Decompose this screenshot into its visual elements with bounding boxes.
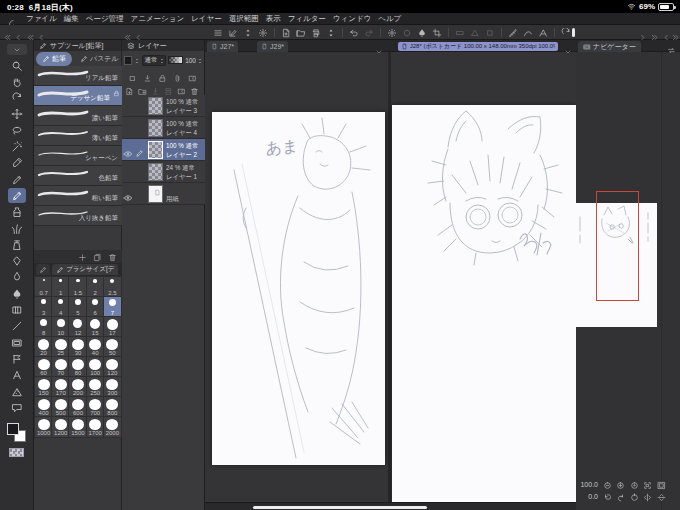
brush-size-10[interactable]: 10 xyxy=(52,317,69,337)
menu-item-7[interactable]: フィルター xyxy=(288,14,326,24)
brush-size-1500[interactable]: 1500 xyxy=(69,417,86,437)
lasso-tool-button[interactable] xyxy=(8,123,26,138)
decoration-tool-button[interactable] xyxy=(8,221,26,236)
brush-size-12[interactable]: 12 xyxy=(69,317,86,337)
edit-button[interactable] xyxy=(227,26,239,39)
brush-size-700[interactable]: 700 xyxy=(87,397,104,417)
rotate-right-button[interactable] xyxy=(616,488,625,506)
transparent-color-swatch[interactable] xyxy=(9,448,24,457)
layer-row-0[interactable]: 100 % 通常レイヤー 3 xyxy=(122,95,205,117)
layer-row-3[interactable]: 24 % 通常レイヤー 1 xyxy=(122,161,205,183)
tab-pencil[interactable]: 鉛筆 xyxy=(36,52,72,66)
subtool-item-7[interactable]: 入り抜き鉛筆 xyxy=(34,206,122,226)
opacity-value[interactable]: 100 xyxy=(185,56,203,63)
brush-size-8[interactable]: 8 xyxy=(35,317,52,337)
brush-size-1-5[interactable]: 1.5 xyxy=(69,277,86,297)
layer-row-4[interactable]: 用紙 xyxy=(122,183,205,205)
menu-item-8[interactable]: ウィンドウ xyxy=(333,14,371,24)
left-pane-tab-menu-icon[interactable] xyxy=(375,42,383,60)
brush-size-1700[interactable]: 1700 xyxy=(87,417,104,437)
brush-size-0-7[interactable]: 0.7 xyxy=(35,277,52,297)
figure-tool-button[interactable] xyxy=(8,319,26,334)
frame-tool-button[interactable] xyxy=(8,335,26,350)
rotate-canvas-button[interactable] xyxy=(560,26,572,39)
horizontal-scrollbar[interactable] xyxy=(253,506,427,509)
shape-rect-button[interactable] xyxy=(454,26,466,39)
brush-size-300[interactable]: 300 xyxy=(104,377,121,397)
wand-tool-button[interactable] xyxy=(8,140,26,155)
redo-button[interactable] xyxy=(363,26,375,39)
opacity-slider[interactable] xyxy=(168,56,184,64)
menu-item-3[interactable]: アニメーション xyxy=(131,14,185,24)
fill-button[interactable] xyxy=(416,26,428,39)
brush-size-2[interactable]: 2 xyxy=(87,277,104,297)
menu-item-2[interactable]: ページ管理 xyxy=(86,14,124,24)
zoom-tool-button[interactable] xyxy=(8,58,26,73)
layer-visibility-toggle[interactable] xyxy=(123,188,134,199)
layer-visibility-toggle[interactable] xyxy=(123,122,134,133)
open-folder-button[interactable] xyxy=(295,26,307,39)
layer-color-swatch[interactable] xyxy=(124,56,132,65)
brush-size-70[interactable]: 70 xyxy=(52,357,69,377)
ruler-tool-button[interactable] xyxy=(8,384,26,399)
crop-button[interactable] xyxy=(431,26,443,39)
rotate-left-button[interactable] xyxy=(603,488,612,506)
brush-size-minitab[interactable] xyxy=(36,264,50,275)
brush-size-1200[interactable]: 1200 xyxy=(52,417,69,437)
pencil-tool-button[interactable] xyxy=(8,188,26,203)
tab-pastel[interactable]: パステル xyxy=(74,52,125,66)
pen-tool-button[interactable] xyxy=(8,172,26,187)
brush-size-100[interactable]: 100 xyxy=(87,357,104,377)
hand-tool-button[interactable] xyxy=(8,74,26,89)
gradient-tool-button[interactable] xyxy=(8,303,26,318)
menu-button[interactable] xyxy=(212,26,224,39)
fill-tool-button[interactable] xyxy=(8,286,26,301)
document-tab-j27[interactable]: J27* xyxy=(207,41,238,52)
brush-size-50[interactable]: 50 xyxy=(104,337,121,357)
brush-size-170[interactable]: 170 xyxy=(52,377,69,397)
eraser-tool-button[interactable] xyxy=(8,254,26,269)
print-button[interactable] xyxy=(310,26,322,39)
brush-size-80[interactable]: 80 xyxy=(69,357,86,377)
brush-size-2-5[interactable]: 2.5 xyxy=(104,277,121,297)
shape-sq-button[interactable] xyxy=(484,26,496,39)
navigator-zoom-value[interactable]: 100.0 xyxy=(578,481,598,488)
snap-ruler-button[interactable] xyxy=(507,26,519,39)
layer-visibility-toggle[interactable] xyxy=(123,100,134,111)
menu-item-9[interactable]: ヘルプ xyxy=(378,14,401,24)
swap-panel-icon[interactable] xyxy=(667,41,676,59)
brush-size-30[interactable]: 30 xyxy=(69,337,86,357)
navigator-rotation-value[interactable]: 0.0 xyxy=(578,493,598,500)
brush-size-2000[interactable]: 2000 xyxy=(104,417,121,437)
updown-button[interactable] xyxy=(325,26,337,39)
brush-size-1000[interactable]: 1000 xyxy=(35,417,52,437)
balloon-tool-button[interactable] xyxy=(8,400,26,415)
undo-button[interactable] xyxy=(348,26,360,39)
brush-size-1[interactable]: 1 xyxy=(52,277,69,297)
shape-tri-button[interactable] xyxy=(469,26,481,39)
toolstrip-collapse-button[interactable] xyxy=(7,44,27,55)
brush-size-60[interactable]: 60 xyxy=(35,357,52,377)
move-tool-button[interactable] xyxy=(8,107,26,122)
menu-item-5[interactable]: 選択範囲 xyxy=(229,14,259,24)
brush-size-6[interactable]: 6 xyxy=(87,297,104,317)
subtool-item-0[interactable]: リアル鉛筆 xyxy=(34,66,122,86)
blend-mode-select[interactable]: 通常 xyxy=(142,55,166,66)
brush-size-4[interactable]: 4 xyxy=(52,297,69,317)
updown-button[interactable] xyxy=(242,26,254,39)
foreground-color-swatch[interactable] xyxy=(7,423,19,435)
brush-size-20[interactable]: 20 xyxy=(35,337,52,357)
brush-size-150[interactable]: 150 xyxy=(35,377,52,397)
layer-panel-header[interactable]: レイヤー xyxy=(122,40,204,51)
layer-row-2[interactable]: 100 % 通常レイヤー 2 xyxy=(122,139,205,161)
brush-tool-button[interactable] xyxy=(8,205,26,220)
rotate-zero-button[interactable] xyxy=(630,488,639,506)
airbrush-tool-button[interactable] xyxy=(8,237,26,252)
navigator-tab[interactable]: ナビゲーター xyxy=(578,41,641,52)
menu-item-4[interactable]: レイヤー xyxy=(191,14,222,24)
menu-item-6[interactable]: 表示 xyxy=(266,14,281,24)
subtool-item-1[interactable]: デッサン鉛筆 xyxy=(34,86,122,106)
circle-button[interactable] xyxy=(401,26,413,39)
brush-size-25[interactable]: 25 xyxy=(52,337,69,357)
brush-size-5[interactable]: 5 xyxy=(69,297,86,317)
